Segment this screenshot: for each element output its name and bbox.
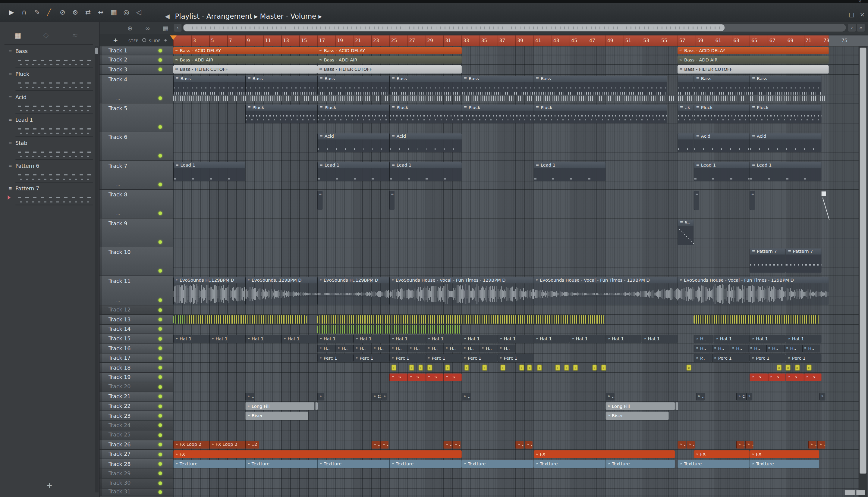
headphones-icon[interactable]: ∩ bbox=[22, 9, 27, 15]
clip-ag-bass-filter-cutoff[interactable]: ∞Bass - FILTER CUTOFF bbox=[317, 65, 461, 74]
clip-hat-perc-1[interactable]: »Perc 1 bbox=[389, 354, 425, 362]
zoom-icon[interactable]: ◎ bbox=[124, 9, 129, 15]
minimize-icon[interactable]: – bbox=[838, 11, 841, 18]
clip-yd[interactable]: » bbox=[418, 365, 423, 371]
clip-fxl-2[interactable]: »..2 bbox=[443, 441, 451, 449]
add-track-button[interactable]: + bbox=[113, 37, 118, 44]
track-header-11[interactable]: Track 11... bbox=[100, 276, 173, 306]
clip-fx-fx[interactable]: »FX bbox=[750, 450, 819, 458]
clip-gray-riser[interactable]: »Riser bbox=[605, 412, 669, 420]
track-header-13[interactable]: Track 13 bbox=[100, 315, 173, 325]
preview-icon[interactable]: ◁ bbox=[136, 9, 141, 15]
track-led[interactable] bbox=[158, 125, 162, 129]
clip-pat-pluck[interactable]: ≡Pluck bbox=[245, 104, 317, 123]
clip-red-s[interactable]: »..s bbox=[768, 373, 786, 381]
pan-icon[interactable]: ↔ bbox=[98, 9, 103, 15]
track-header-24[interactable]: Track 24 bbox=[100, 421, 173, 430]
clip-fxl-2[interactable]: »..2 bbox=[736, 441, 744, 449]
clip-yd[interactable]: » bbox=[464, 365, 469, 371]
clip-pat-lead-1[interactable]: ≡Lead 1 bbox=[317, 162, 389, 181]
clip-tex-textture[interactable]: »Textture bbox=[533, 460, 605, 468]
track-led[interactable] bbox=[158, 211, 162, 215]
clip-pat-bass[interactable]: ≡Bass bbox=[533, 76, 667, 95]
clip-hat-h[interactable]: »H.. bbox=[730, 344, 748, 352]
track-led[interactable] bbox=[158, 375, 162, 379]
clip-pat-pluck[interactable]: ≡Pluck bbox=[461, 104, 533, 123]
audio-clip-evosounds-129bpm-d[interactable]: »EvoSounds..129BPM D bbox=[245, 277, 317, 305]
clip-yd[interactable]: » bbox=[592, 365, 597, 371]
clip-sty[interactable] bbox=[187, 316, 307, 324]
clip-hat-hat-1[interactable]: »Hat 1 bbox=[353, 335, 390, 343]
clip-hat-p[interactable]: »P.. bbox=[694, 354, 712, 362]
clip-pat-bass[interactable]: ≡Bass bbox=[173, 76, 245, 95]
clip-hat-hat-1[interactable]: »Hat 1 bbox=[317, 335, 353, 343]
clip-fxl-2[interactable]: »..2 bbox=[380, 441, 389, 449]
track-led[interactable] bbox=[158, 366, 162, 370]
track-header-25[interactable]: Track 25 bbox=[100, 430, 173, 440]
clip-tex-textture[interactable]: »Textture bbox=[173, 460, 245, 468]
track-led[interactable] bbox=[158, 49, 162, 53]
vertical-scrollbar-thumb[interactable] bbox=[859, 47, 866, 473]
clip-yd[interactable]: » bbox=[482, 365, 487, 371]
track-led[interactable] bbox=[158, 58, 162, 62]
clip-hat-h[interactable]: »..h bbox=[696, 393, 705, 400]
scroll-right-button[interactable]: › bbox=[848, 24, 856, 32]
clip-red-s[interactable]: »..s bbox=[750, 373, 768, 381]
audio-clip-evosounds-h-129bpm-d[interactable]: »EvoSounds H..129BPM D bbox=[317, 277, 389, 305]
clip-sty[interactable] bbox=[317, 316, 605, 324]
clip-hat-h[interactable]: »..h bbox=[746, 393, 752, 400]
clip-yd[interactable]: » bbox=[555, 365, 560, 371]
clip-hat-h[interactable]: »H.. bbox=[461, 344, 479, 352]
clip-hat[interactable]: » bbox=[819, 393, 826, 400]
clip-hat-h[interactable]: »H.. bbox=[748, 344, 766, 352]
playhead-marker[interactable] bbox=[170, 36, 177, 40]
clip-pat-lead-1[interactable]: ≡Lead 1 bbox=[694, 162, 750, 181]
clip-yd[interactable]: » bbox=[777, 365, 782, 371]
track-led[interactable] bbox=[158, 68, 162, 71]
clip-red-s[interactable]: »..s bbox=[786, 373, 804, 381]
clip-yd[interactable]: » bbox=[564, 365, 569, 371]
clip-ao-bass-acid-delay[interactable]: ∞Bass - ACID DELAY bbox=[317, 47, 461, 54]
clip-tiny[interactable]: ≡ bbox=[750, 191, 755, 210]
clip-yd[interactable]: » bbox=[807, 365, 811, 371]
clip-stg[interactable] bbox=[173, 316, 187, 324]
clip-hat-hat-1[interactable]: »Hat 1 bbox=[570, 335, 606, 343]
pattern-item-pattern-7[interactable]: ≡Pattern 7 bbox=[0, 185, 94, 192]
clip-yd[interactable]: » bbox=[573, 365, 578, 371]
clip-pat-s[interactable]: ≡S.. bbox=[677, 219, 694, 245]
clip-fx-fx[interactable]: »FX bbox=[533, 450, 675, 458]
maximize-icon[interactable]: □ bbox=[849, 11, 854, 18]
track-header-27[interactable]: Track 27 bbox=[100, 450, 173, 459]
clip-yd[interactable]: » bbox=[409, 365, 414, 371]
clip-tiny[interactable]: ≡ bbox=[694, 191, 699, 210]
audio-clip-evosounds-house-vocal-fun-times-129bpm-d[interactable]: »EvoSounds House - Vocal - Fun Times - 1… bbox=[389, 277, 533, 305]
track-header-4[interactable]: Track 4... bbox=[100, 75, 173, 104]
track-header-3[interactable]: Track 3 bbox=[100, 65, 173, 75]
track-led[interactable] bbox=[158, 346, 162, 350]
clip-hat-hat-1[interactable]: »Hat 1 bbox=[498, 335, 534, 343]
scroll-right-end-button[interactable]: » bbox=[857, 24, 865, 32]
clip-tex-textture[interactable]: »Textture bbox=[317, 460, 389, 468]
clip-hat-perc-1[interactable]: »Perc 1 bbox=[425, 354, 462, 362]
clip-fxl-2[interactable]: »..2 bbox=[745, 441, 753, 449]
track-led[interactable] bbox=[158, 96, 162, 100]
clip-fxl-2[interactable]: »..2 bbox=[245, 441, 259, 449]
clip-hat-h[interactable]: »H.. bbox=[335, 344, 353, 352]
audio-clip-evosounds-house-vocal-fun-times-129bpm-d[interactable]: »EvoSounds House - Vocal - Fun Times - 1… bbox=[533, 277, 677, 305]
track-led[interactable] bbox=[158, 327, 162, 331]
track-header-1[interactable]: Track 1 bbox=[100, 46, 173, 55]
clip-pat-bass[interactable]: ≡Bass bbox=[245, 76, 317, 95]
clip-hat-perc-1[interactable]: »Perc 1 bbox=[498, 354, 534, 362]
clip-pat-lead-1[interactable]: ≡Lead 1 bbox=[533, 162, 605, 181]
clip-pat-pluck[interactable]: ≡Pluck bbox=[750, 104, 822, 123]
track-header-7[interactable]: Track 7... bbox=[100, 161, 173, 190]
clip-pat-bass[interactable]: ≡Bass bbox=[389, 76, 461, 95]
track-header-28[interactable]: Track 28 bbox=[100, 459, 173, 469]
clip-hat-h[interactable]: »H.. bbox=[407, 344, 425, 352]
clip-hat-h[interactable]: »H.. bbox=[694, 335, 714, 343]
track-led[interactable] bbox=[158, 424, 162, 427]
clip-hat-hat-1[interactable]: »Hat 1 bbox=[786, 335, 822, 343]
clip-pat-bass[interactable]: ≡Bass bbox=[317, 76, 389, 95]
track-header-17[interactable]: Track 17 bbox=[100, 354, 173, 363]
clip-hat-h[interactable]: »H.. bbox=[353, 344, 372, 352]
